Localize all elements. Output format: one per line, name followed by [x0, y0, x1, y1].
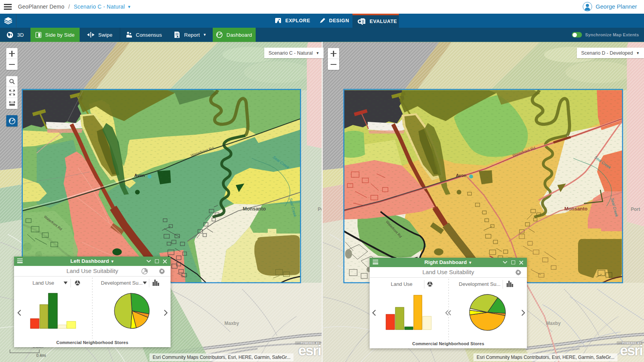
svg-text:Development Su...: Development Su...: [101, 280, 143, 286]
svg-text:Monsanto: Monsanto: [243, 206, 266, 212]
svg-text:Development Su...: Development Su...: [459, 281, 501, 287]
svg-text:Avon: Avon: [134, 173, 145, 178]
svg-text:Avon: Avon: [456, 173, 466, 178]
svg-text:Land Use: Land Use: [32, 280, 54, 286]
svg-text:Monsanto: Monsanto: [564, 206, 587, 212]
svg-text:Maxby: Maxby: [546, 321, 561, 326]
svg-text:Maxby: Maxby: [224, 321, 239, 326]
svg-text:Land Use: Land Use: [391, 281, 413, 287]
svg-text:Port: Port: [631, 207, 640, 212]
